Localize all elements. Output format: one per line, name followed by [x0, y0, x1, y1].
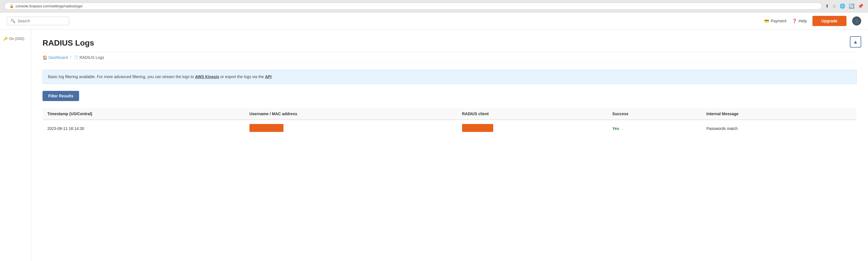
address-bar: 🔒 console.foxpass.com/settings/radiuslog… — [4, 3, 822, 10]
cell-success: Yes — [608, 120, 702, 137]
search-wrapper[interactable]: 🔍 — [7, 17, 69, 25]
dashboard-icon: 🏠 — [42, 55, 47, 60]
doc-icon: 📄 — [73, 55, 78, 60]
col-timestamp: Timestamp (US/Central) — [43, 108, 245, 120]
extension-icon-2[interactable]: 🔄 — [849, 3, 855, 9]
breadcrumb-current: 📄 RADIUS Logs — [73, 55, 104, 60]
info-text-middle: or export the logs via the — [219, 74, 265, 79]
table-header-row: Timestamp (US/Central) Username / MAC ad… — [43, 108, 857, 120]
bookmark-icon[interactable]: ☆ — [832, 3, 836, 9]
filter-results-button[interactable]: Filter Results — [42, 91, 79, 101]
aws-kinesis-link[interactable]: AWS Kinesis — [195, 74, 219, 79]
top-nav: 🔍 💳 Payment ❓ Help Upgrade 👤 — [0, 12, 868, 30]
user-avatar[interactable]: 👤 — [852, 16, 861, 26]
search-icon: 🔍 — [10, 19, 15, 23]
sidebar: 🔑 On (SSO) — [0, 30, 31, 261]
sso-icon: 🔑 — [3, 37, 8, 41]
info-text-before: Basic log filtering available. For more … — [48, 74, 195, 79]
col-username: Username / MAC address — [245, 108, 458, 120]
col-radius-client: RADIUS client — [458, 108, 608, 120]
breadcrumb: 🏠 Dashboard / 📄 RADIUS Logs — [42, 52, 857, 63]
share-icon[interactable]: ⬆ — [825, 3, 829, 9]
success-value: Yes — [612, 126, 619, 131]
info-text-after: . — [272, 74, 273, 79]
lock-icon: 🔒 — [9, 4, 14, 8]
table-row: 2023-08-11 16:14:30 Yes Passwords match — [43, 120, 857, 137]
main-content: ▲ RADIUS Logs 🏠 Dashboard / 📄 RADIUS Log… — [31, 30, 868, 261]
col-internal-message: Internal Message — [702, 108, 857, 120]
upgrade-button[interactable]: Upgrade — [812, 16, 846, 26]
sidebar-item-sso[interactable]: 🔑 On (SSO) — [0, 34, 31, 44]
col-success: Success — [608, 108, 702, 120]
payment-link[interactable]: 💳 Payment — [764, 19, 786, 23]
radius-client-redacted — [462, 124, 493, 132]
breadcrumb-dashboard-label: Dashboard — [49, 55, 68, 60]
payment-icon: 💳 — [764, 19, 769, 23]
app-layout: 🔑 On (SSO) ▲ RADIUS Logs 🏠 Dashboard / 📄… — [0, 30, 868, 261]
breadcrumb-dashboard-link[interactable]: 🏠 Dashboard — [42, 55, 68, 60]
table-header: Timestamp (US/Central) Username / MAC ad… — [43, 108, 857, 120]
api-link[interactable]: API — [265, 74, 272, 79]
search-input[interactable] — [18, 19, 65, 23]
breadcrumb-separator: / — [70, 55, 71, 60]
browser-chrome: 🔒 console.foxpass.com/settings/radiuslog… — [0, 0, 868, 12]
scroll-top-button[interactable]: ▲ — [850, 36, 861, 47]
payment-label: Payment — [771, 19, 786, 23]
nav-right: 💳 Payment ❓ Help Upgrade 👤 — [764, 16, 861, 26]
cell-radius-client — [458, 120, 608, 137]
help-icon: ❓ — [792, 19, 797, 23]
cell-internal-message: Passwords match — [702, 120, 857, 137]
cell-timestamp: 2023-08-11 16:14:30 — [43, 120, 245, 137]
breadcrumb-current-label: RADIUS Logs — [80, 55, 104, 60]
browser-toolbar: ⬆ ☆ 🌐 🔄 📌 — [825, 3, 864, 9]
extension-icon-3[interactable]: 📌 — [858, 3, 864, 9]
sidebar-item-label: On (SSO) — [9, 37, 24, 41]
table-body: 2023-08-11 16:14:30 Yes Passwords match — [43, 120, 857, 137]
page-title: RADIUS Logs — [42, 38, 857, 47]
url-text: console.foxpass.com/settings/radiuslogs/ — [16, 4, 83, 8]
info-banner: Basic log filtering available. For more … — [42, 70, 857, 84]
extension-icon-1[interactable]: 🌐 — [840, 3, 845, 9]
cell-username — [245, 120, 458, 137]
help-link[interactable]: ❓ Help — [792, 19, 807, 23]
help-label: Help — [799, 19, 807, 23]
radius-logs-table: Timestamp (US/Central) Username / MAC ad… — [42, 108, 857, 137]
username-redacted — [249, 124, 283, 132]
